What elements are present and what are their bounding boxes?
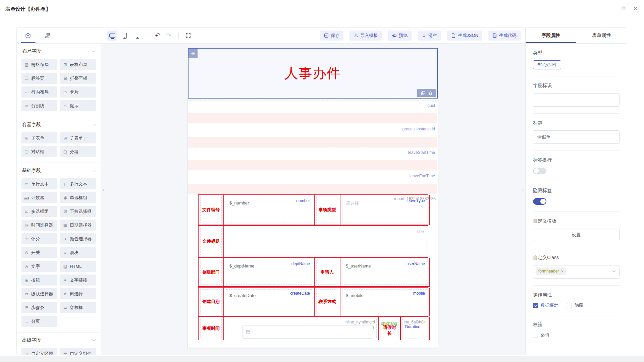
outline-tree-tab-icon[interactable]	[42, 31, 52, 41]
section-header[interactable]: 高级字段	[21, 333, 96, 348]
tab-field-properties[interactable]: 字段属性	[526, 28, 576, 43]
field-label-cell[interactable]: shichang请假时长	[379, 317, 401, 340]
palette-item-time-picker[interactable]: ◷时间选择器	[21, 220, 57, 231]
palette-item-html[interactable]: ▤HTML	[60, 261, 96, 272]
components-tab-icon[interactable]	[23, 31, 33, 41]
section-header[interactable]: 容器字段	[21, 117, 96, 132]
palette-item-radio-group[interactable]: ◉单选框组	[60, 192, 96, 203]
field-input-cell[interactable]: $_userNameuserName	[340, 258, 430, 287]
palette-item-steps[interactable]: ≣步骤条	[21, 302, 57, 313]
field-label-cell[interactable]: 创建部门	[199, 258, 224, 287]
palette-item-multi-line-text[interactable]: ▯多行文本	[60, 178, 96, 189]
device-tablet-button[interactable]	[120, 31, 130, 41]
palette-item-custom-area[interactable]: ⌂自定义区域	[21, 348, 57, 355]
palette-item-single-line-text[interactable]: ▭单行文本	[21, 178, 57, 189]
field-input-cell[interactable]: $_createDatecreateDate	[224, 288, 315, 316]
daterange-cell[interactable]: inline_nym8mcrdleavedate-	[224, 317, 379, 340]
field-id-input[interactable]	[533, 93, 620, 107]
palette-item-group[interactable]: ▢分组	[60, 146, 96, 157]
field-input-cell[interactable]: $_numbernumber	[224, 195, 315, 225]
duration-input[interactable]	[405, 330, 420, 339]
undo-button[interactable]: ↶	[154, 32, 162, 39]
template-settings-button[interactable]: 设置	[533, 229, 620, 241]
field-label-cell[interactable]: 文件编号	[199, 195, 224, 225]
palette-item-inline-layout[interactable]: ⋯行内布局	[21, 86, 57, 98]
field-input-cell[interactable]: $_mobilemobile	[340, 288, 430, 316]
data-binding-checkbox[interactable]: 数据绑定	[533, 302, 558, 308]
field-input-cell[interactable]: ine_6ai0h8lrDuration	[401, 317, 430, 340]
palette-item-tabs[interactable]: ❐标签页	[21, 73, 57, 84]
palette-item-cascader[interactable]: ⧉级联选择器	[21, 288, 57, 299]
palette-item-date-picker[interactable]: ▦日期选择器	[60, 220, 96, 231]
preview-button[interactable]: 预览	[388, 31, 412, 41]
delete-icon[interactable]	[428, 91, 433, 95]
form-header-component[interactable]: 人事办件 +	[188, 48, 438, 99]
hidden-field-row-leaveEndTime[interactable]: leaveEndTime	[188, 171, 438, 194]
section-header[interactable]: 基础字段	[21, 163, 96, 178]
palette-item-alert[interactable]: ⚠提示	[60, 100, 96, 111]
remove-class-icon[interactable]: ×	[561, 269, 564, 274]
field-input-cell[interactable]: title	[224, 226, 428, 257]
palette-item-counter[interactable]: 123计数器	[21, 192, 57, 203]
hidden-field-row-guid[interactable]: guid	[188, 101, 438, 124]
tab-form-properties[interactable]: 表单属性	[576, 28, 627, 43]
slider-icon: ≡	[63, 250, 68, 255]
generate-json-button[interactable]: 生成JSON	[447, 31, 482, 41]
copy-icon[interactable]	[421, 91, 425, 95]
palette-item-dialog[interactable]: ❏对话框	[21, 146, 57, 157]
custom-class-select[interactable]: formheader ×	[533, 265, 620, 279]
field-label-cell[interactable]: 文件标题	[199, 226, 224, 257]
field-label-cell[interactable]: 事项时间	[199, 317, 224, 340]
device-phone-button[interactable]	[132, 31, 143, 41]
palette-item-button[interactable]: ▣按钮	[21, 275, 57, 286]
title-input[interactable]	[533, 130, 620, 144]
clear-button[interactable]: 清空	[418, 31, 441, 41]
divider-icon: ≋	[24, 104, 29, 108]
section-header[interactable]: 布局字段	[21, 44, 96, 59]
palette-item-rate[interactable]: ☆评分	[21, 233, 57, 244]
palette-item-switch[interactable]: ⊙开关	[21, 247, 57, 258]
palette-item-pagination[interactable]: ↔分页	[21, 316, 57, 327]
palette-item-table-layout[interactable]: ⊞表格布局	[60, 59, 96, 70]
generate-code-button[interactable]: 生成代码	[488, 31, 521, 41]
palette-item-divider[interactable]: ≋分割线	[21, 100, 57, 111]
palette-item-card[interactable]: ▭卡片	[60, 86, 96, 98]
daterange-picker[interactable]: -	[242, 325, 373, 339]
palette-item-select[interactable]: ⊡下拉选择框	[60, 206, 96, 217]
palette-item-text-link[interactable]: ⚭文字链接	[60, 275, 96, 286]
field-input-cell[interactable]: $_deptNamedeptName	[224, 258, 315, 287]
palette-item-color-picker[interactable]: ◑颜色选择器	[60, 233, 96, 244]
field-label-cell[interactable]: 创建日期	[199, 288, 224, 316]
hidden-field-binding: leaveEndTime	[188, 171, 438, 184]
collapse-right-panel-handle[interactable]: ›	[521, 183, 525, 196]
palette-item-custom-component[interactable]: ✛自定义组件	[60, 348, 96, 355]
close-icon[interactable]: ×	[632, 5, 639, 12]
palette-item-text[interactable]: A文字	[21, 261, 57, 272]
palette-item-grid-layout[interactable]: ▥栅格布局	[21, 59, 57, 70]
hidden-checkbox[interactable]: 隐藏	[567, 302, 583, 308]
import-template-button[interactable]: 导入模板	[350, 31, 382, 41]
drag-handle[interactable]: +	[189, 49, 198, 58]
palette-item-tree-select[interactable]: ⋔树选择	[60, 288, 96, 299]
required-checkbox[interactable]: 必填	[533, 332, 620, 338]
palette-item-checkbox-group[interactable]: ☑多选框组	[21, 206, 57, 217]
palette-item-sub-form[interactable]: ⊞子表单	[21, 132, 57, 143]
palette-item-slider[interactable]: ≡滑块	[60, 247, 96, 258]
hide-label-toggle[interactable]	[533, 198, 546, 205]
compress-icon[interactable]	[620, 5, 627, 12]
collapse-left-panel-handle[interactable]: ‹	[101, 183, 106, 196]
palette-item-sub-form-plus[interactable]: ⊞子表单+	[60, 132, 96, 143]
palette-item-transfer[interactable]: ⇄穿梭框	[60, 302, 96, 313]
field-label-cell[interactable]: 事项类型	[315, 195, 340, 225]
fullscreen-button[interactable]	[184, 32, 192, 39]
field-label-cell[interactable]: 联系方式	[315, 288, 340, 316]
save-button[interactable]: 保存	[320, 31, 343, 41]
label-wrap-toggle[interactable]	[533, 168, 546, 174]
field-label-cell[interactable]: 申请人	[315, 258, 340, 287]
palette-item-label: 级联选择器	[31, 291, 53, 297]
hidden-field-row-leaveStartTime[interactable]: leaveStartTime	[188, 147, 438, 171]
hidden-field-row-processInstanceId[interactable]: processInstanceId	[188, 124, 438, 147]
redo-button[interactable]: ↷	[165, 32, 173, 39]
palette-item-collapse-panel[interactable]: ⊟折叠面板	[60, 73, 96, 84]
device-desktop-button[interactable]	[107, 31, 117, 41]
